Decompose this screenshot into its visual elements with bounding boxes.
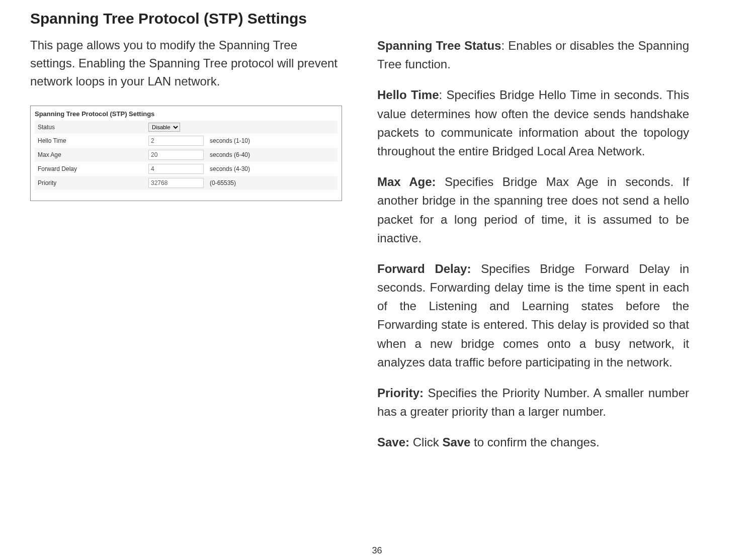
def-hello: Hello Time: Specifies Bridge Hello Time …	[377, 85, 689, 160]
range-priority: (0-65535)	[207, 176, 338, 190]
page-title: Spanning Tree Protocol (STP) Settings	[30, 10, 724, 27]
def-save-mid: Click	[409, 435, 442, 449]
range-hello-time: seconds (1-10)	[207, 134, 338, 148]
def-maxage-label: Max Age:	[377, 175, 436, 189]
label-priority: Priority	[35, 176, 145, 190]
intro-paragraph: This page allows you to modify the Spann…	[30, 36, 342, 90]
def-save-end: to confirm the changes.	[470, 435, 599, 449]
page-number: 36	[372, 545, 382, 556]
def-save-bold: Save	[442, 435, 470, 449]
priority-input[interactable]	[148, 178, 204, 188]
def-status-label: Spanning Tree Status	[377, 39, 501, 52]
def-forward-label: Forward Delay:	[377, 262, 471, 275]
right-column: Spanning Tree Status: Enables or disable…	[377, 36, 689, 464]
range-status	[207, 121, 338, 134]
max-age-input[interactable]	[148, 150, 204, 160]
def-save-label: Save:	[377, 435, 409, 449]
row-status: Status Disable	[35, 121, 338, 134]
def-priority: Priority: Specifies the Priority Number.…	[377, 384, 689, 421]
def-forward-text: Specifies Bridge Forward Delay in second…	[377, 262, 689, 369]
row-forward-delay: Forward Delay seconds (4-30)	[35, 162, 338, 176]
row-max-age: Max Age seconds (6-40)	[35, 148, 338, 162]
stp-screenshot: Spanning Tree Protocol (STP) Settings St…	[30, 106, 342, 201]
stp-table: Status Disable Hello Time seconds (1-10)	[35, 121, 338, 190]
def-priority-label: Priority:	[377, 386, 424, 400]
label-hello-time: Hello Time	[35, 134, 145, 148]
label-forward-delay: Forward Delay	[35, 162, 145, 176]
row-priority: Priority (0-65535)	[35, 176, 338, 190]
screenshot-title: Spanning Tree Protocol (STP) Settings	[35, 110, 338, 121]
def-status: Spanning Tree Status: Enables or disable…	[377, 36, 689, 73]
range-forward-delay: seconds (4-30)	[207, 162, 338, 176]
label-status: Status	[35, 121, 145, 134]
range-max-age: seconds (6-40)	[207, 148, 338, 162]
def-priority-text: Specifies the Priority Number. A smaller…	[377, 386, 689, 418]
left-column: This page allows you to modify the Spann…	[30, 36, 342, 464]
def-hello-label: Hello Time	[377, 88, 439, 102]
def-save: Save: Click Save to confirm the changes.	[377, 433, 689, 451]
forward-delay-input[interactable]	[148, 164, 204, 174]
status-select[interactable]: Disable	[148, 123, 180, 132]
row-hello-time: Hello Time seconds (1-10)	[35, 134, 338, 148]
hello-time-input[interactable]	[148, 136, 204, 146]
def-forward: Forward Delay: Specifies Bridge Forward …	[377, 259, 689, 371]
label-max-age: Max Age	[35, 148, 145, 162]
content-columns: This page allows you to modify the Spann…	[30, 36, 724, 464]
def-maxage: Max Age: Specifies Bridge Max Age in sec…	[377, 172, 689, 247]
